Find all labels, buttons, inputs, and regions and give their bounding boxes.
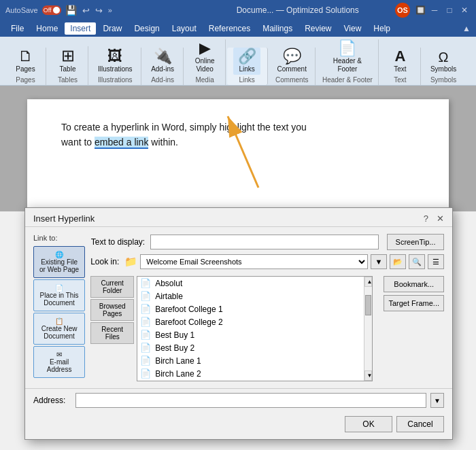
look-in-btn3[interactable]: 🔍 [409, 254, 425, 269]
look-in-btn1[interactable]: ▼ [371, 254, 387, 269]
maximize-button[interactable]: □ [443, 4, 456, 16]
list-item[interactable]: 📄 Birch Lane 1 [137, 354, 372, 367]
ribbon-group-addins: 🔌 Add-ins Add-ins [143, 48, 184, 85]
dialog-help-button[interactable]: ? [424, 213, 428, 224]
menu-help[interactable]: Help [368, 22, 396, 35]
text-display-input[interactable] [150, 235, 379, 249]
dialog-title-bar: Insert Hyperlink ? ✕ [25, 208, 452, 227]
menu-insert[interactable]: Insert [65, 22, 96, 35]
list-item[interactable]: 📄 Best Buy 2 [137, 341, 372, 354]
header-footer-icon: 📄 [338, 41, 356, 56]
list-item[interactable]: 📄 Birch Lane 3 [137, 380, 372, 381]
dialog-side-buttons: Bookmark... Target Frame... [384, 276, 444, 381]
target-frame-button[interactable]: Target Frame... [384, 295, 444, 311]
pages-button[interactable]: 🗋 Pages [12, 48, 39, 75]
menu-home[interactable]: Home [31, 22, 63, 35]
more-icon[interactable]: » [108, 6, 112, 14]
look-in-btn2[interactable]: 📂 [390, 254, 406, 269]
menu-file[interactable]: File [5, 22, 29, 35]
look-in-select[interactable]: Welcome Email Screenshots [140, 254, 368, 269]
list-item[interactable]: 📄 Birch Lane 2 [137, 367, 372, 380]
header-footer-button[interactable]: 📄 Header &Footer [330, 39, 364, 75]
dialog-body: Link to: 🌐 Existing Fileor Web Page 📄 Pl… [25, 227, 452, 388]
text-button[interactable]: A Text [386, 48, 413, 75]
new-doc-icon: 📋 [55, 317, 63, 325]
link-to-existing-file[interactable]: 🌐 Existing Fileor Web Page [33, 246, 85, 278]
menu-review[interactable]: Review [299, 22, 337, 35]
doc-text-line3: within. [151, 137, 178, 148]
highlighted-link-text[interactable]: embed a link [95, 137, 148, 149]
address-dropdown-button[interactable]: ▼ [430, 393, 444, 408]
ok-button[interactable]: OK [345, 416, 392, 432]
close-button[interactable]: ✕ [458, 4, 471, 16]
list-item[interactable]: 📄 Airtable [137, 290, 372, 302]
menu-draw[interactable]: Draw [97, 22, 127, 35]
menu-design[interactable]: Design [129, 22, 165, 35]
video-icon: ▶ [199, 41, 211, 56]
document-text: To create a hyperlink in Word, simply hi… [61, 120, 415, 150]
title-bar: AutoSave Off 💾 ↩ ↪ » Docume... — Optimiz… [0, 0, 476, 20]
menu-references[interactable]: References [203, 22, 256, 35]
scroll-up-arrow[interactable]: ▲ [364, 277, 372, 287]
dialog-footer: OK Cancel [25, 412, 452, 439]
recent-files-tab[interactable]: RecentFiles [90, 322, 134, 344]
share-icon[interactable]: 🔲 [415, 5, 426, 15]
ribbon-group-tables: ⊞ Table Tables [48, 46, 88, 85]
existing-file-label: Existing Fileor Web Page [39, 258, 79, 273]
file-icon: 📄 [140, 343, 151, 353]
undo-icon[interactable]: ↩ [82, 5, 90, 16]
profile-avatar[interactable]: OS [395, 3, 410, 18]
link-to-place[interactable]: 📄 Place in ThisDocument [33, 279, 85, 311]
current-folder-tab[interactable]: CurrentFolder [90, 276, 134, 298]
header-footer-group-label: Header & Footer [322, 76, 373, 84]
symbols-label: Symbols [430, 65, 456, 73]
address-input[interactable] [75, 393, 426, 408]
scroll-thumb[interactable] [365, 295, 371, 315]
comment-button[interactable]: 💬 Comment [275, 48, 309, 75]
bookmark-button[interactable]: Bookmark... [384, 276, 444, 292]
dialog-close-button[interactable]: ✕ [437, 213, 444, 224]
minimize-button[interactable]: ─ [428, 4, 441, 16]
links-button[interactable]: 🔗 Links [233, 48, 260, 75]
ribbon-group-headerfooter: 📄 Header &Footer Header & Footer [317, 39, 379, 85]
list-item[interactable]: 📄 Absolut [137, 277, 372, 290]
dialog-title: Insert Hyperlink [33, 213, 95, 224]
table-button[interactable]: ⊞ Table [54, 46, 82, 75]
menu-view[interactable]: View [339, 22, 367, 35]
menu-mailings[interactable]: Mailings [257, 22, 298, 35]
ribbon-group-illustrations: 🖼 Illustrations Illustrations [90, 48, 141, 85]
look-in-btn4[interactable]: ☰ [428, 254, 444, 269]
look-in-row: Look in: 📁 Welcome Email Screenshots ▼ 📂… [90, 254, 444, 269]
toggle-knob [53, 7, 60, 14]
link-to-email[interactable]: ✉ E-mailAddress [33, 346, 85, 378]
document-area: To create a hyperlink in Word, simply hi… [0, 86, 476, 211]
save-icon[interactable]: 💾 [65, 5, 77, 16]
cancel-button[interactable]: Cancel [396, 416, 444, 432]
screentip-button[interactable]: ScreenTip... [387, 234, 444, 250]
ribbon-collapse-icon[interactable]: ▲ [462, 24, 471, 33]
text-display-row: Text to display: ScreenTip... [90, 234, 444, 250]
browsed-pages-tab[interactable]: BrowsedPages [90, 299, 134, 321]
list-item[interactable]: 📄 Barefoot College 1 [137, 302, 372, 315]
scroll-down-arrow[interactable]: ▼ [364, 370, 372, 381]
menu-layout[interactable]: Layout [167, 22, 202, 35]
dialog-title-controls: ? ✕ [424, 213, 444, 224]
link-to-new-doc[interactable]: 📋 Create NewDocument [33, 313, 85, 345]
symbols-button[interactable]: Ω Symbols [428, 49, 459, 75]
autosave-toggle[interactable]: Off [42, 5, 61, 15]
file-list-scrollbar[interactable]: ▲ ▼ [364, 277, 372, 381]
email-label: E-mailAddress [47, 358, 72, 373]
ribbon-group-symbols: Ω Symbols Symbols [422, 49, 464, 85]
doc-title: Docume... — Optimized Solutions [201, 5, 396, 15]
look-in-label: Look in: [90, 257, 119, 266]
redo-icon[interactable]: ↪ [95, 5, 103, 16]
place-doc-label: Place in ThisDocument [40, 292, 79, 307]
illustrations-button[interactable]: 🖼 Illustrations [95, 48, 135, 75]
file-icon: 📄 [140, 356, 151, 366]
online-video-button[interactable]: ▶ OnlineVideo [191, 39, 218, 75]
file-icon: 📄 [140, 317, 151, 327]
list-item[interactable]: 📄 Best Buy 1 [137, 328, 372, 341]
list-item[interactable]: 📄 Barefoot College 2 [137, 315, 372, 328]
header-footer-label: Header &Footer [333, 57, 362, 73]
addins-button[interactable]: 🔌 Add-ins [148, 48, 177, 75]
